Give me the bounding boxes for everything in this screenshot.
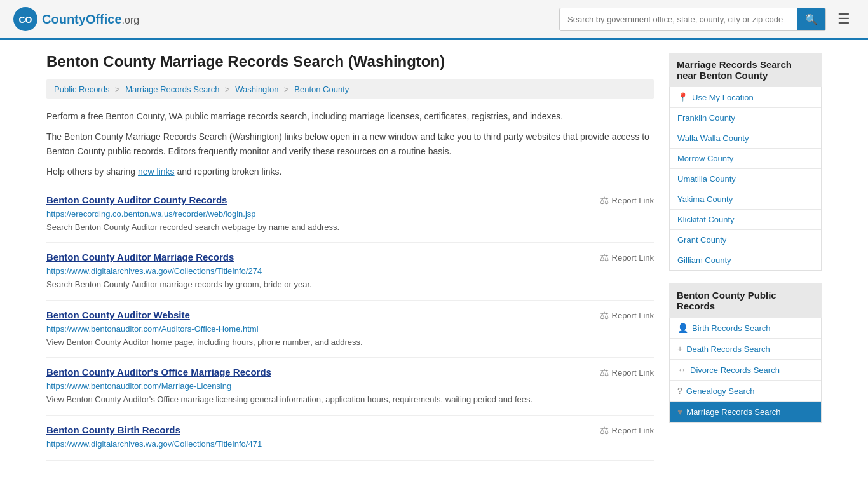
record-header: Benton County Birth Records ⚖ Report Lin…	[46, 424, 654, 437]
report-icon: ⚖	[600, 309, 609, 322]
record-url: https://www.bentonauditor.com/Marriage-L…	[46, 381, 654, 391]
record-title[interactable]: Benton County Auditor's Office Marriage …	[46, 367, 271, 377]
logo-text: CountyOffice.org	[42, 12, 139, 27]
public-record-list-item: 👤 Birth Records Search	[670, 318, 821, 339]
search-bar: 🔍	[559, 8, 826, 31]
nearby-county-link[interactable]: Yakima County	[670, 189, 821, 209]
description-1: Perform a free Benton County, WA public …	[46, 109, 654, 123]
record-header: Benton County Auditor Marriage Records ⚖…	[46, 252, 654, 264]
record-desc: View Benton County Auditor's Office marr…	[46, 393, 654, 406]
record-title[interactable]: Benton County Birth Records	[46, 424, 180, 435]
logo-icon: CO	[13, 6, 38, 32]
logo-area: CO CountyOffice.org	[13, 6, 139, 32]
report-icon: ⚖	[600, 194, 609, 207]
report-icon: ⚖	[600, 424, 609, 437]
breadcrumb-marriage-records[interactable]: Marriage Records Search	[125, 85, 219, 94]
public-record-icon: +	[677, 344, 682, 354]
search-input[interactable]	[560, 10, 797, 29]
public-record-list-item: ♥ Marriage Records Search	[670, 402, 821, 422]
public-record-list-item: ↔ Divorce Records Search	[670, 360, 821, 381]
header: CO CountyOffice.org 🔍 ☰	[0, 0, 868, 40]
record-entry: Benton County Auditor Website ⚖ Report L…	[46, 301, 654, 358]
nearby-county-link[interactable]: Franklin County	[670, 108, 821, 128]
description-3: Help others by sharing new links and rep…	[46, 165, 654, 179]
nearby-list-item: Morrow County	[670, 149, 821, 169]
nearby-county-link[interactable]: Gilliam County	[670, 250, 821, 270]
location-icon: 📍	[677, 92, 688, 102]
record-header: Benton County Auditor's Office Marriage …	[46, 367, 654, 379]
header-right: 🔍 ☰	[559, 8, 855, 31]
record-desc: Search Benton County Auditor marriage re…	[46, 278, 654, 291]
public-list: 👤 Birth Records Search+ Death Records Se…	[669, 318, 822, 423]
breadcrumb-public-records[interactable]: Public Records	[54, 85, 109, 94]
public-record-list-item: + Death Records Search	[670, 339, 821, 360]
record-header: Benton County Auditor County Records ⚖ R…	[46, 194, 654, 207]
record-url: https://www.bentonauditor.com/Auditors-O…	[46, 324, 654, 334]
nearby-list-item: Umatilla County	[670, 169, 821, 189]
svg-text:CO: CO	[19, 15, 32, 25]
record-url: https://www.digitalarchives.wa.gov/Colle…	[46, 266, 654, 276]
description-2: The Benton County Marriage Records Searc…	[46, 130, 654, 158]
record-list: Benton County Auditor County Records ⚖ R…	[46, 186, 654, 461]
record-title[interactable]: Benton County Auditor County Records	[46, 194, 227, 205]
use-my-location-link[interactable]: 📍 Use My Location	[670, 87, 821, 107]
breadcrumb-benton-county[interactable]: Benton County	[294, 85, 349, 94]
public-record-link[interactable]: + Death Records Search	[670, 339, 821, 359]
public-record-icon: ♥	[677, 407, 682, 417]
record-entry: Benton County Birth Records ⚖ Report Lin…	[46, 416, 654, 461]
record-desc: View Benton County Auditor home page, in…	[46, 336, 654, 349]
public-record-icon: ↔	[677, 365, 686, 375]
record-header: Benton County Auditor Website ⚖ Report L…	[46, 309, 654, 322]
nearby-county-link[interactable]: Klickitat County	[670, 210, 821, 229]
nearby-list-item: Yakima County	[670, 189, 821, 210]
public-record-link[interactable]: ? Genealogy Search	[670, 381, 821, 401]
breadcrumb-washington[interactable]: Washington	[235, 85, 278, 94]
record-entry: Benton County Auditor County Records ⚖ R…	[46, 186, 654, 243]
nearby-section: Marriage Records Search near Benton Coun…	[669, 53, 822, 271]
report-label: Report Link	[612, 253, 654, 262]
public-record-icon: 👤	[677, 323, 688, 333]
new-links-link[interactable]: new links	[138, 166, 175, 177]
page-title: Benton County Marriage Records Search (W…	[46, 53, 654, 71]
public-record-link[interactable]: ♥ Marriage Records Search	[670, 402, 821, 422]
public-record-link[interactable]: 👤 Birth Records Search	[670, 318, 821, 338]
report-label: Report Link	[612, 426, 654, 435]
nearby-list-item: 📍 Use My Location	[670, 87, 821, 108]
nearby-list: 📍 Use My LocationFranklin CountyWalla Wa…	[669, 87, 822, 271]
nearby-county-link[interactable]: Grant County	[670, 230, 821, 250]
nearby-county-link[interactable]: Umatilla County	[670, 169, 821, 189]
report-link[interactable]: ⚖ Report Link	[600, 424, 654, 437]
nearby-county-link[interactable]: Morrow County	[670, 149, 821, 168]
search-button[interactable]: 🔍	[797, 8, 825, 30]
report-link[interactable]: ⚖ Report Link	[600, 194, 654, 207]
nearby-list-item: Walla Walla County	[670, 128, 821, 149]
report-icon: ⚖	[600, 367, 609, 379]
sidebar: Marriage Records Search near Benton Coun…	[669, 53, 822, 461]
page-container: Benton County Marriage Records Search (W…	[34, 40, 834, 473]
public-record-icon: ?	[677, 386, 682, 396]
report-label: Report Link	[612, 368, 654, 377]
record-url: https://www.digitalarchives.wa.gov/Colle…	[46, 439, 654, 449]
record-entry: Benton County Auditor Marriage Records ⚖…	[46, 243, 654, 301]
public-record-list-item: ? Genealogy Search	[670, 381, 821, 402]
public-record-link[interactable]: ↔ Divorce Records Search	[670, 360, 821, 380]
record-title[interactable]: Benton County Auditor Marriage Records	[46, 252, 234, 262]
nearby-list-item: Gilliam County	[670, 250, 821, 270]
report-label: Report Link	[612, 196, 654, 205]
report-label: Report Link	[612, 311, 654, 320]
public-records-heading: Benton County Public Records	[669, 283, 822, 318]
report-icon: ⚖	[600, 252, 609, 264]
record-url: https://erecording.co.benton.wa.us/recor…	[46, 209, 654, 219]
nearby-county-link[interactable]: Walla Walla County	[670, 128, 821, 148]
report-link[interactable]: ⚖ Report Link	[600, 252, 654, 264]
report-link[interactable]: ⚖ Report Link	[600, 367, 654, 379]
record-entry: Benton County Auditor's Office Marriage …	[46, 358, 654, 416]
record-title[interactable]: Benton County Auditor Website	[46, 309, 190, 320]
nearby-heading: Marriage Records Search near Benton Coun…	[669, 53, 822, 87]
public-records-section: Benton County Public Records 👤 Birth Rec…	[669, 283, 822, 423]
main-content: Benton County Marriage Records Search (W…	[46, 53, 654, 461]
breadcrumb: Public Records > Marriage Records Search…	[46, 79, 654, 99]
record-desc: Search Benton County Auditor recorded se…	[46, 221, 654, 234]
report-link[interactable]: ⚖ Report Link	[600, 309, 654, 322]
menu-button[interactable]: ☰	[832, 8, 855, 30]
